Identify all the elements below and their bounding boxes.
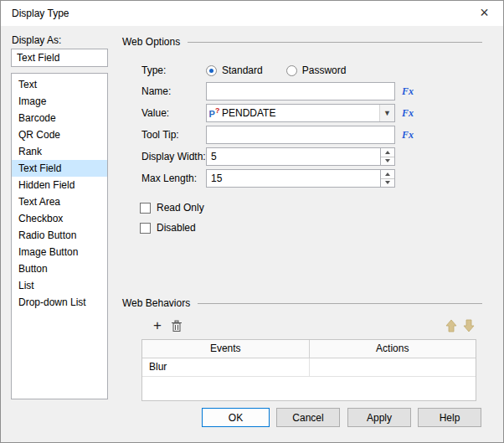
max-length-row: Max Length: bbox=[141, 169, 486, 188]
list-item-radio-button[interactable]: Radio Button bbox=[12, 227, 107, 244]
disabled-label: Disabled bbox=[157, 222, 196, 234]
table-header-row: Events Actions bbox=[142, 340, 476, 358]
web-behaviors-title: Web Behaviors bbox=[122, 297, 190, 309]
radio-standard[interactable]: Standard bbox=[206, 64, 263, 76]
tooltip-row: Tool Tip: Fx bbox=[141, 126, 486, 144]
spin-down-icon[interactable] bbox=[381, 179, 394, 188]
apply-button[interactable]: Apply bbox=[347, 408, 411, 427]
display-width-row: Display Width: bbox=[141, 147, 486, 166]
list-item-image[interactable]: Image bbox=[12, 93, 107, 110]
list-item-image-button[interactable]: Image Button bbox=[12, 244, 107, 260]
tooltip-input[interactable] bbox=[206, 126, 395, 144]
cancel-button[interactable]: Cancel bbox=[276, 408, 340, 427]
ok-button[interactable]: OK bbox=[202, 408, 270, 427]
max-length-label: Max Length: bbox=[141, 173, 206, 184]
max-length-spin-buttons bbox=[380, 170, 394, 187]
list-item-hidden-field[interactable]: Hidden Field bbox=[12, 177, 107, 193]
move-up-button[interactable] bbox=[444, 317, 459, 334]
max-length-spinner[interactable] bbox=[206, 169, 395, 188]
list-item-drop-down-list[interactable]: Drop-down List bbox=[12, 294, 107, 311]
close-icon[interactable]: × bbox=[465, 1, 503, 25]
read-only-checkbox-icon[interactable] bbox=[140, 203, 151, 214]
display-as-label: Display As: bbox=[12, 34, 61, 46]
display-width-input[interactable] bbox=[207, 148, 380, 165]
tooltip-formula-button[interactable]: Fx bbox=[402, 129, 414, 142]
spin-up-icon[interactable] bbox=[381, 148, 394, 157]
event-cell[interactable]: Blur bbox=[142, 358, 310, 376]
type-row: Type: Standard Password bbox=[141, 61, 486, 80]
spin-down-icon[interactable] bbox=[381, 157, 394, 166]
list-item-list[interactable]: List bbox=[12, 277, 107, 294]
group-divider-line bbox=[188, 42, 482, 43]
delete-behavior-button[interactable] bbox=[168, 317, 185, 334]
arrow-up-icon bbox=[445, 319, 457, 332]
display-type-dialog: Display Type × Display As: Text Image Ba… bbox=[0, 0, 504, 443]
actions-column-header[interactable]: Actions bbox=[310, 340, 476, 358]
list-item-text-area[interactable]: Text Area bbox=[12, 193, 107, 210]
name-formula-button[interactable]: Fx bbox=[402, 85, 414, 98]
spin-up-icon[interactable] bbox=[381, 170, 394, 179]
type-radio-group: Standard Password bbox=[206, 64, 369, 76]
name-label: Name: bbox=[141, 85, 206, 97]
list-item-text-field[interactable]: Text Field bbox=[12, 160, 107, 177]
value-label: Value: bbox=[141, 107, 206, 119]
table-row[interactable]: Blur bbox=[142, 358, 476, 377]
action-cell[interactable] bbox=[310, 358, 476, 376]
list-item-text[interactable]: Text bbox=[12, 76, 107, 93]
value-formula-button[interactable]: Fx bbox=[402, 107, 414, 120]
value-dropdown-text: PENDDATE bbox=[222, 107, 379, 119]
add-icon: + bbox=[153, 317, 162, 334]
web-options-group-header: Web Options bbox=[122, 36, 482, 48]
list-item-rank[interactable]: Rank bbox=[12, 143, 107, 160]
chevron-down-icon[interactable]: ▼ bbox=[379, 105, 394, 121]
display-as-listbox[interactable]: Text Image Barcode QR Code Rank Text Fie… bbox=[11, 73, 108, 399]
display-width-label: Display Width: bbox=[141, 151, 206, 162]
disabled-checkbox-row[interactable]: Disabled bbox=[140, 220, 196, 235]
web-behaviors-table[interactable]: Events Actions Blur bbox=[141, 339, 476, 401]
events-column-header[interactable]: Events bbox=[142, 340, 310, 358]
trash-icon bbox=[171, 320, 183, 332]
type-label: Type: bbox=[141, 64, 206, 76]
list-item-checkbox[interactable]: Checkbox bbox=[12, 210, 107, 227]
titlebar: Display Type × bbox=[1, 1, 503, 26]
web-behaviors-group-header: Web Behaviors bbox=[122, 297, 482, 309]
disabled-checkbox-icon[interactable] bbox=[140, 223, 151, 234]
display-width-spinner[interactable] bbox=[206, 147, 395, 166]
value-dropdown[interactable]: P? PENDDATE ▼ bbox=[206, 104, 395, 122]
parameter-icon: P? bbox=[207, 106, 222, 120]
web-options-title: Web Options bbox=[122, 36, 180, 48]
help-button[interactable]: Help bbox=[418, 408, 481, 427]
arrow-down-icon bbox=[463, 319, 475, 332]
radio-password[interactable]: Password bbox=[286, 64, 347, 76]
dialog-title: Display Type bbox=[1, 8, 69, 19]
list-item-barcode[interactable]: Barcode bbox=[12, 110, 107, 126]
read-only-checkbox-row[interactable]: Read Only bbox=[140, 200, 204, 215]
group-divider-line bbox=[198, 303, 482, 304]
display-as-input[interactable] bbox=[11, 49, 108, 67]
name-row: Name: Fx bbox=[141, 82, 486, 100]
name-input[interactable] bbox=[206, 82, 395, 100]
display-width-spin-buttons bbox=[380, 148, 394, 165]
radio-standard-label: Standard bbox=[222, 64, 263, 76]
tooltip-label: Tool Tip: bbox=[141, 129, 206, 141]
list-item-button[interactable]: Button bbox=[12, 260, 107, 277]
radio-password-icon[interactable] bbox=[286, 65, 297, 76]
list-item-qr-code[interactable]: QR Code bbox=[12, 126, 107, 143]
max-length-input[interactable] bbox=[207, 170, 380, 187]
move-down-button[interactable] bbox=[461, 317, 476, 334]
radio-password-label: Password bbox=[302, 64, 347, 76]
value-row: Value: P? PENDDATE ▼ Fx bbox=[141, 104, 486, 122]
read-only-label: Read Only bbox=[157, 202, 204, 214]
radio-standard-icon[interactable] bbox=[206, 65, 217, 76]
add-behavior-button[interactable]: + bbox=[149, 317, 166, 334]
